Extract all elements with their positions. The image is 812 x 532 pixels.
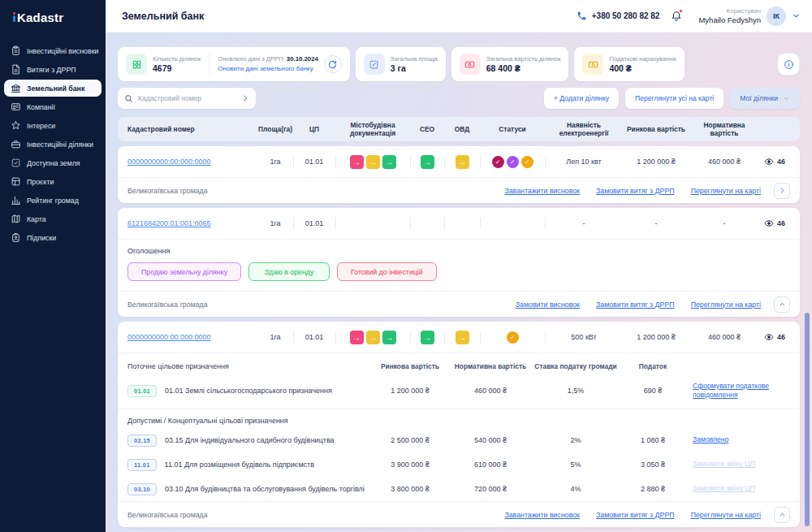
cadastre-link[interactable]: 6121684200:01:001:0065 bbox=[127, 219, 211, 227]
col-market-value: Ринкова вартість bbox=[371, 362, 449, 370]
doc-badge-pink[interactable]: → bbox=[350, 331, 364, 344]
logo[interactable]: Kadastr bbox=[0, 0, 106, 24]
add-parcel-button[interactable]: + Додати ділянку bbox=[544, 88, 619, 109]
announcement-sell-badge[interactable]: Продаю земельну ділянку bbox=[127, 262, 241, 281]
land-area-icon bbox=[11, 158, 21, 168]
electricity-cell: Леп 10 квт bbox=[545, 146, 623, 177]
phone-contact[interactable]: +380 50 280 82 82 bbox=[577, 11, 660, 21]
doc-badge-green[interactable]: → bbox=[382, 155, 396, 169]
urban-docs-cell: → → → bbox=[335, 146, 410, 177]
ceo-cell: → bbox=[410, 146, 444, 177]
collapse-button[interactable] bbox=[774, 296, 790, 313]
ovd-cell: → bbox=[444, 146, 480, 177]
normative-value: 540 000 ₴ bbox=[449, 436, 532, 444]
wallet-icon bbox=[582, 54, 603, 75]
cadastre-link[interactable]: 0000000000:00:000:0000 bbox=[127, 158, 211, 166]
info-button[interactable] bbox=[777, 53, 800, 76]
download-conclusion-link[interactable]: Завантажити висновок bbox=[504, 511, 580, 519]
user-menu[interactable]: Користувач Myhailo Fedyshyn ІК bbox=[698, 6, 801, 26]
scrollbar-thumb[interactable] bbox=[805, 313, 810, 526]
collapse-button[interactable] bbox=[774, 507, 790, 523]
expand-button[interactable] bbox=[774, 183, 790, 199]
map-icon bbox=[11, 214, 21, 224]
stat-card-tax: Податкові нарахування 400 ₴ bbox=[574, 47, 684, 81]
sidebar-item-investment-conclusions[interactable]: Інвестиційні висновки bbox=[4, 42, 102, 59]
eye-icon bbox=[764, 157, 774, 167]
sidebar-item-drrp-extracts[interactable]: Витяги з ДРРП bbox=[4, 61, 102, 78]
sidebar-item-land-bank[interactable]: Земельний банк bbox=[4, 80, 102, 97]
sidebar-item-companies[interactable]: Компанії bbox=[4, 98, 102, 115]
download-conclusion-link[interactable]: Завантажити висновок bbox=[504, 187, 580, 195]
statuses-cell: ✓ bbox=[480, 322, 545, 353]
sidebar-item-investment-parcels[interactable]: Інвестиційні ділянки bbox=[4, 136, 102, 153]
notifications-button[interactable] bbox=[671, 11, 682, 22]
order-drrp-extract-link[interactable]: Замовити витяг з ДРРП bbox=[596, 511, 675, 519]
cadastre-link[interactable]: 0000000000:00:000:0000 bbox=[127, 333, 211, 341]
tax-amount: 2 880 ₴ bbox=[620, 485, 686, 493]
status-check-orange[interactable]: ✓ bbox=[507, 331, 519, 344]
my-parcels-dropdown[interactable]: Мої ділянки bbox=[730, 88, 800, 109]
avatar[interactable]: ІК bbox=[767, 6, 786, 26]
stat-value: 4679 bbox=[153, 63, 201, 73]
col-header-ovd: ОВД bbox=[444, 125, 480, 133]
document-icon bbox=[11, 64, 21, 75]
parcel-card-3: 0000000000:00:000:0000 1га 01.01 → → → →… bbox=[118, 322, 800, 527]
search-submit-chevron-icon[interactable] bbox=[241, 94, 249, 102]
parcel-row: 0000000000:00:000:0000 1га 01.01 → → → →… bbox=[118, 322, 800, 353]
chevron-right-icon bbox=[779, 187, 786, 194]
cp-cell: 01.01 bbox=[293, 146, 335, 177]
view-all-on-map-button[interactable]: Переглянути усі на карті bbox=[625, 88, 723, 109]
sidebar-item-subscriptions[interactable]: Підписки bbox=[4, 229, 102, 246]
refresh-icon bbox=[328, 60, 337, 69]
purpose-tag: 03.10 bbox=[127, 483, 157, 495]
chevron-up-icon bbox=[779, 301, 786, 308]
sidebar-item-community-rating[interactable]: Рейтинг громад bbox=[4, 192, 102, 209]
status-check-purple[interactable]: ✓ bbox=[507, 156, 519, 168]
allowed-purpose-row: 02.1503.15 Для індивідуального садибного… bbox=[127, 428, 790, 452]
topbar: Земельний банк +380 50 280 82 82 Користу… bbox=[106, 0, 812, 32]
stat-label: Загальна вартість ділянок bbox=[486, 55, 561, 63]
ovd-badge-yellow[interactable]: → bbox=[456, 155, 469, 169]
chevron-down-icon[interactable] bbox=[792, 11, 801, 20]
logo-text: Kadastr bbox=[17, 11, 63, 24]
doc-badge-pink[interactable]: → bbox=[350, 155, 364, 169]
ordered-link[interactable]: Замовлено bbox=[693, 435, 728, 444]
status-check-crimson[interactable]: ✓ bbox=[492, 156, 504, 168]
eye-icon bbox=[764, 218, 774, 228]
announcement-investment-badge[interactable]: Готовий до інвестицій bbox=[337, 262, 437, 281]
sidebar-item-label: Доступна земля bbox=[27, 159, 80, 167]
search-input[interactable] bbox=[138, 94, 236, 102]
view-on-map-link[interactable]: Переглянути на карті bbox=[691, 301, 761, 309]
ceo-badge-green[interactable]: → bbox=[421, 155, 434, 169]
views-counter: 46 bbox=[764, 218, 785, 228]
briefcase-icon bbox=[11, 139, 21, 149]
electricity-cell: 500 кВт bbox=[545, 322, 623, 353]
order-cp-change-link: Замовити зміну ЦП bbox=[693, 484, 755, 493]
doc-badge-yellow[interactable]: → bbox=[366, 331, 380, 344]
sidebar-item-available-land[interactable]: Доступна земля bbox=[4, 154, 102, 171]
money-icon bbox=[460, 54, 481, 75]
announcement-rent-badge[interactable]: Здаю в оренду bbox=[248, 262, 330, 281]
order-drrp-extract-link[interactable]: Замовити витяг з ДРРП bbox=[596, 301, 675, 309]
ceo-badge-green[interactable]: → bbox=[421, 331, 434, 344]
statuses-cell bbox=[480, 208, 545, 239]
status-check-orange[interactable]: ✓ bbox=[521, 156, 533, 168]
view-on-map-link[interactable]: Переглянути на карті bbox=[691, 187, 761, 195]
doc-badge-green[interactable]: → bbox=[382, 331, 396, 344]
ovd-badge-yellow[interactable]: → bbox=[456, 331, 469, 344]
update-land-bank-link[interactable]: Оновити дані земельного банку bbox=[218, 64, 318, 73]
doc-badge-yellow[interactable]: → bbox=[366, 155, 380, 169]
urban-docs-cell bbox=[335, 208, 410, 239]
purpose-name: 03.15 Для індивідуального садибного буді… bbox=[165, 436, 335, 444]
generate-tax-notice-link[interactable]: Сформувати податкове повідомлення bbox=[693, 382, 790, 400]
sidebar-item-map[interactable]: Карта bbox=[4, 210, 102, 227]
chevron-down-icon bbox=[783, 95, 790, 102]
view-on-map-link[interactable]: Переглянути на карті bbox=[691, 511, 761, 519]
order-drrp-extract-link[interactable]: Замовити витяг з ДРРП bbox=[596, 187, 675, 195]
refresh-button[interactable] bbox=[324, 55, 342, 73]
sidebar-item-projects[interactable]: Проєкти bbox=[4, 173, 102, 190]
announcements-section: Оголошення Продаю земельну ділянку Здаю … bbox=[118, 239, 800, 291]
order-conclusion-link[interactable]: Замовити висновок bbox=[516, 301, 580, 309]
cadastre-search[interactable] bbox=[118, 88, 256, 109]
sidebar-item-interests[interactable]: Інтереси bbox=[4, 117, 102, 134]
